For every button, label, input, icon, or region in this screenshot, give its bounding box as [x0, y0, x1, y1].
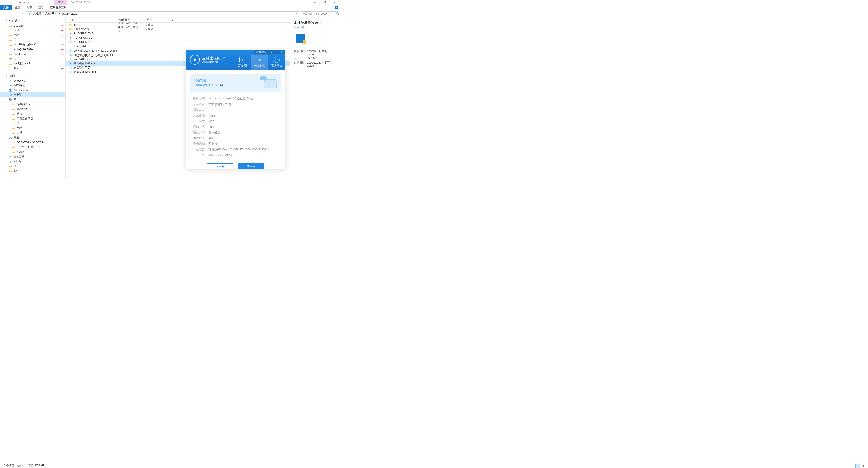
tree-item[interactable]: ▬视频	[0, 112, 65, 116]
check-icon[interactable]: ✓	[9, 1, 13, 4]
search-input[interactable]	[302, 12, 336, 15]
tree-item[interactable]: ▬保存的图片	[0, 102, 65, 107]
details-row: 创建日期:2020/12/25, 星期五 16:33	[294, 61, 336, 67]
nav-back-button[interactable]: ←	[1, 11, 6, 17]
dialog-minimize-button[interactable]: ─	[274, 50, 279, 54]
maximize-button[interactable]: ❐	[320, 0, 330, 5]
folder-open-icon[interactable]: ▭	[14, 1, 18, 4]
help-icon[interactable]: ?	[335, 6, 338, 9]
info-label: 处理器	[190, 148, 205, 152]
delete-icon[interactable]: ✕	[18, 1, 22, 4]
file-icon: 📁	[69, 27, 72, 31]
tree-item[interactable]: ☁OneDrive	[0, 78, 65, 83]
nav-boot-usb[interactable]: ⚡启动U盘	[234, 55, 251, 70]
search-box[interactable]: 🔍	[301, 11, 339, 16]
tree-item[interactable]: ☁WPS网盘	[0, 83, 65, 88]
properties-icon[interactable]: ◑	[22, 1, 26, 4]
navigation-pane[interactable]: ★快速访问 ▬Desktop📌▬下载📌▬文档📌▬图片📌▬excel表格制作求和📌…	[0, 17, 66, 179]
tree-label: 桌面	[9, 74, 15, 78]
next-button[interactable]: 下一步	[238, 163, 264, 169]
crumb-root[interactable]: 此电脑	[33, 12, 42, 15]
file-row[interactable]: ▫Config.dat	[66, 44, 290, 49]
tree-item[interactable]: 🖥此电脑	[0, 92, 65, 97]
crumb-folder[interactable]: Win7x64_2020	[58, 12, 78, 15]
tree-item[interactable]: ▬天翼云盘下载	[0, 116, 65, 121]
menu-icon[interactable]: ≡	[269, 50, 274, 54]
tree-item[interactable]: 📚库	[0, 97, 65, 102]
tree-label: win7重装win7	[13, 62, 30, 66]
tree-item[interactable]: ▬图片	[0, 121, 65, 126]
tree-item[interactable]: ▬文档	[0, 126, 65, 130]
tree-item[interactable]: ▬下载📌	[0, 28, 65, 33]
tab-view[interactable]: 查看	[35, 5, 47, 10]
tree-item[interactable]: 🗑回收站	[0, 159, 65, 164]
tree-item-icon: 🗑	[8, 160, 12, 163]
folder-icon: ▭	[1, 1, 4, 4]
tree-item[interactable]: ▬软件	[0, 164, 65, 168]
tree-item[interactable]: ▬音乐	[0, 130, 65, 135]
nav-recent-icon[interactable]: ˅	[13, 11, 19, 17]
tree-item[interactable]: ▬DESKTOP-LSSOEDP	[0, 140, 65, 145]
tree-label: 文档	[17, 126, 22, 130]
tab-app-tools[interactable]: 应用程序工具	[47, 5, 70, 10]
prev-button[interactable]: 上一步	[207, 163, 233, 169]
tree-item[interactable]: ▬文档📌	[0, 33, 65, 37]
nav-one-click-install[interactable]: ◧一键装机	[251, 55, 268, 70]
tree-item[interactable]: 🖧网络	[0, 135, 65, 140]
tree-item[interactable]: ▬win7重装win7	[0, 61, 65, 66]
manage-contextual-tab[interactable]: 管理	[54, 0, 67, 4]
file-type: 文件夹	[145, 27, 170, 31]
file-row[interactable]: 📁U盘安装教程2020/12/25, 星期五 1...文件夹	[66, 27, 290, 31]
tree-item[interactable]: ▬文件	[0, 168, 65, 173]
tree-item[interactable]: ⛃G:\	[0, 57, 65, 61]
tree-item-icon: ⚙	[8, 155, 12, 158]
breadcrumb[interactable]: 🖥 › 此电脑 › 文档 (E:) › Win7x64_2020 ˅ ⟳	[26, 11, 300, 16]
col-name[interactable]: 名称 ˄	[66, 18, 118, 22]
tree-item[interactable]: ▬图片📌	[0, 66, 65, 71]
tree-item[interactable]: ⚙控制面板	[0, 154, 65, 159]
tree-item[interactable]: ▬图片📌	[0, 37, 65, 42]
tab-share[interactable]: 共享	[24, 5, 35, 10]
chevron-right-icon[interactable]: ›	[43, 12, 43, 15]
tree-item[interactable]: ▬本机照片	[0, 107, 65, 112]
address-dropdown-icon[interactable]: ˅	[289, 13, 293, 15]
refresh-icon[interactable]: ⟳	[293, 12, 299, 15]
close-button[interactable]: ✕	[330, 0, 340, 5]
chevron-right-icon[interactable]: ›	[31, 12, 32, 15]
tree-label: 天翼云盘下载	[17, 117, 33, 121]
chevron-right-icon[interactable]: ›	[57, 12, 58, 15]
tree-item[interactable]: ▬Bandicam📌	[0, 52, 65, 57]
file-row[interactable]: 📁Tools2020/12/25, 星期五 1...文件夹	[66, 23, 290, 27]
qat-dropdown-icon[interactable]: ▾	[27, 1, 30, 4]
dialog-close-button[interactable]: ✕	[279, 50, 285, 54]
tree-item[interactable]: ▬Desktop📌	[0, 23, 65, 28]
file-row[interactable]: ◆AUTORUN.ICO	[66, 35, 290, 40]
file-row[interactable]: 📄AUTORUN.INF	[66, 40, 290, 44]
col-type[interactable]: 类型	[145, 18, 170, 22]
nav-forward-button[interactable]: →	[7, 11, 13, 17]
info-row: 磁盘模式AHCI	[190, 135, 281, 141]
folder-icon: ▬	[8, 62, 12, 66]
contact-support-button[interactable]: 联系客服	[254, 50, 269, 54]
tree-desktop-root[interactable]: 🖥桌面	[0, 73, 65, 78]
tree-item[interactable]: ▬YUNQISHI2019📌	[0, 47, 65, 52]
tree-item[interactable]: ▬ZMT2019	[0, 150, 65, 154]
col-size[interactable]: 大小	[170, 18, 188, 22]
tree-label: excel表格制作求和	[13, 43, 36, 46]
ribbon-collapse-icon[interactable]: ˅	[332, 6, 333, 9]
search-icon[interactable]: 🔍	[336, 12, 340, 15]
nav-official-site[interactable]: e官方网址	[268, 55, 285, 70]
tab-file[interactable]: 文件	[0, 5, 12, 10]
tree-item[interactable]: ▬PC-20190530OBLA	[0, 145, 65, 150]
nav-up-button[interactable]: ↑	[20, 11, 25, 17]
tree-item[interactable]: 👤Administrator	[0, 88, 65, 92]
tab-home[interactable]: 主页	[12, 5, 24, 10]
file-row[interactable]: ◈AUTORUN.EXE	[66, 31, 290, 35]
pin-icon: 📌	[61, 38, 64, 41]
tree-item[interactable]: ▬excel表格制作求和📌	[0, 42, 65, 47]
file-icon: 📄	[69, 70, 72, 74]
tree-quick-access[interactable]: ★快速访问	[0, 19, 65, 23]
pin-icon: 📌	[61, 43, 64, 46]
crumb-drive[interactable]: 文档 (E:)	[44, 12, 57, 15]
minimize-button[interactable]: ─	[309, 0, 320, 5]
